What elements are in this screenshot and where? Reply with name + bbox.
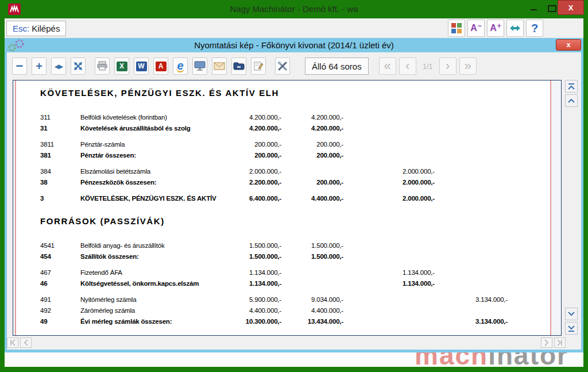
font-increase-icon: A+ (490, 24, 501, 33)
ledger-row: 49Évi mérleg számlák összesen:10.300.000… (40, 316, 550, 327)
maximize-icon (548, 5, 556, 12)
last-page-button[interactable]: » (459, 57, 477, 75)
gears-icon (7, 39, 26, 54)
ledger-row: 491Nyitómérleg számla5.900.000,-9.034.00… (40, 294, 550, 305)
print-button[interactable] (95, 57, 110, 75)
first-page-button[interactable]: « (379, 57, 396, 75)
next-page-icon: › (446, 59, 450, 73)
zoom-out-icon: − (16, 60, 24, 72)
scroll-up-icon (567, 98, 575, 103)
preview-toolbar: − + ◀▶ X W A e (7, 52, 581, 80)
theme-colors-button[interactable] (448, 20, 465, 37)
ledger-row: 381Pénztár összesen:200.000,-200.000,- (40, 149, 550, 160)
envelope-icon (214, 62, 225, 71)
ledger-row: 384Elszámolási betétszámla2.000.000,-2.0… (40, 166, 550, 177)
scroll-left-button[interactable] (20, 338, 32, 348)
document-page: KÖVETELÉSEK, PÉNZÜGYI ESZK. ÉS AKTÍV ELH… (15, 80, 551, 336)
archive-button[interactable] (231, 57, 246, 75)
preview-titlebar: Nyomtatási kép - Főkönyvi kivonat (2014/… (5, 38, 583, 52)
document-body: KÖVETELÉSEK, PÉNZÜGYI ESZK. ÉS AKTÍV ELH… (16, 80, 550, 327)
edit-button[interactable] (251, 57, 266, 75)
zoom-in-icon: + (36, 60, 42, 72)
tools-icon (277, 60, 288, 72)
previous-page-button[interactable]: ‹ (399, 57, 416, 75)
maximize-button[interactable] (546, 2, 558, 15)
pdf-icon: A (156, 62, 167, 71)
email-button[interactable] (212, 57, 227, 75)
last-page-icon: » (465, 59, 471, 73)
next-page-button[interactable]: › (439, 57, 457, 75)
font-increase-button[interactable]: A+ (487, 20, 504, 37)
exit-label: Kilépés (32, 24, 60, 33)
ledger-row: 454Szállítók összesen:1.500.000,-1.500.0… (40, 251, 550, 262)
zoom-out-button[interactable]: − (12, 57, 27, 75)
fit-width-button[interactable]: ◀▶ (51, 57, 66, 75)
main-toolbar-right: A− A+ ? (448, 20, 543, 37)
fit-page-button[interactable] (71, 57, 86, 75)
ledger-row: 31Követelések áruszállításból és szolg4.… (40, 122, 550, 133)
scroll-up-button[interactable] (565, 94, 578, 107)
print-icon (96, 61, 108, 71)
client-area: Esc:Kilépés A− A+ ? (5, 18, 583, 367)
help-button[interactable]: ? (526, 20, 543, 37)
scroll-right-button[interactable] (541, 338, 552, 348)
export-word-button[interactable]: W (134, 57, 149, 75)
scroll-left-icon (22, 339, 29, 346)
edit-icon (253, 61, 264, 71)
previous-page-icon: ‹ (405, 59, 409, 73)
first-page-icon: « (384, 59, 391, 73)
monitor-icon (194, 61, 206, 71)
preview-window: Nyomtatási kép - Főkönyvi kivonat (2014/… (5, 38, 583, 352)
main-toolbar: Esc:Kilépés A− A+ ? (5, 18, 583, 38)
ledger-row: 3811Pénztár-számla200.000,-200.000,- (40, 139, 550, 149)
internet-explorer-icon: e (176, 60, 184, 72)
settings-button[interactable] (275, 57, 290, 75)
section-heading: FORRÁSOK (PASSZÍVÁK) (40, 216, 550, 226)
window-title: Nagy Machinátor - Demó kft. - wa (0, 4, 588, 14)
help-icon: ? (531, 22, 538, 35)
main-titlebar: Nagy Machinátor - Demó kft. - wa X (0, 0, 588, 18)
scroll-top-icon (567, 83, 575, 90)
scroll-last-right-button[interactable] (554, 338, 566, 348)
close-button[interactable]: X (558, 0, 584, 15)
scroll-bottom-icon (567, 325, 575, 332)
scroll-last-right-icon (556, 339, 563, 346)
section-heading: KÖVETELÉSEK, PÉNZÜGYI ESZK. ÉS AKTÍV ELH (40, 88, 550, 98)
folder-icon (233, 62, 245, 71)
exit-button[interactable]: Esc:Kilépés (6, 21, 66, 36)
resize-arrows-icon (509, 24, 521, 32)
ledger-row: 311Belföldi követelések (forintban)4.200… (40, 112, 550, 122)
preview-body: KÖVETELÉSEK, PÉNZÜGYI ESZK. ÉS AKTÍV ELH… (7, 80, 581, 336)
excel-icon: X (117, 62, 127, 71)
watermark-strip: machinátor (5, 352, 583, 367)
minimize-icon (531, 9, 537, 10)
word-icon: W (136, 62, 147, 71)
screen-view-button[interactable] (192, 57, 207, 75)
exit-key-label: Esc: (13, 24, 29, 33)
fit-page-icon (73, 61, 83, 71)
font-decrease-icon: A− (470, 24, 482, 33)
export-excel-button[interactable]: X (114, 57, 129, 75)
font-decrease-button[interactable]: A− (467, 20, 485, 37)
ledger-row: 467Fizetendő ÁFA1.134.000,-1.134.000,- (40, 267, 550, 278)
export-pdf-button[interactable]: A (153, 57, 168, 75)
scroll-first-left-button[interactable] (7, 338, 18, 348)
ledger-row: 4541Belföldi anyag- és áruszállítók1.500… (40, 240, 550, 251)
resize-arrows-button[interactable] (506, 20, 524, 37)
scroll-right-icon (543, 339, 550, 346)
zoom-in-button[interactable]: + (32, 57, 47, 75)
browser-button[interactable]: e (173, 57, 188, 75)
scroll-down-button[interactable] (565, 308, 578, 320)
ledger-row: 38Pénzeszközök összesen:2.200.000,-200.0… (40, 177, 550, 187)
theme-colors-icon (451, 23, 462, 33)
ledger-row: 46Költségvetéssel, önkorm.kapcs.elszám1.… (40, 278, 550, 289)
preview-title: Nyomtatási kép - Főkönyvi kivonat (2014/… (5, 38, 583, 53)
preview-close-button[interactable]: x (556, 39, 581, 51)
scroll-down-icon (567, 311, 575, 317)
scroll-top-button[interactable] (565, 80, 578, 93)
fit-width-icon: ◀▶ (55, 63, 62, 70)
orientation-button[interactable]: Álló 64 soros (305, 57, 369, 75)
minimize-button[interactable] (527, 2, 540, 15)
scroll-bottom-button[interactable] (565, 322, 578, 335)
preview-bottom-nav (7, 336, 581, 350)
